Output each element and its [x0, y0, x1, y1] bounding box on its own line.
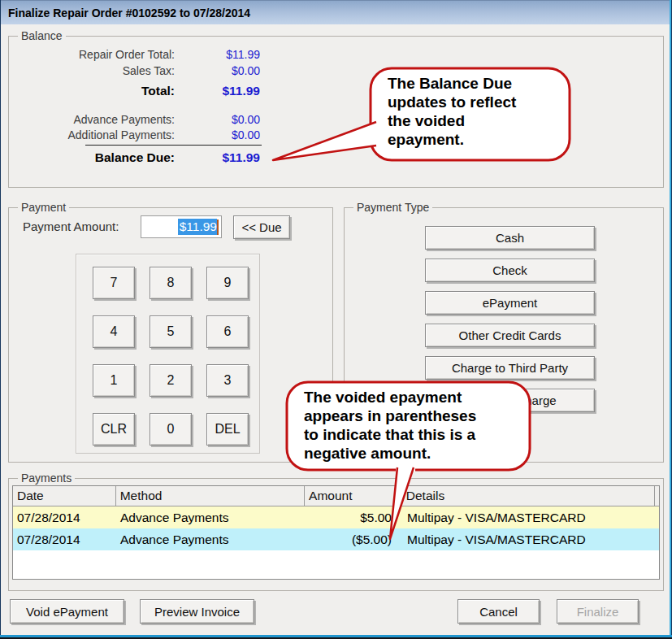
- column-header-filler: [655, 486, 659, 506]
- payment-row-voided[interactable]: 07/28/2014 Advance Payments ($5.00) Mult…: [13, 528, 659, 550]
- payments-table: Date Method Amount Details 07/28/2014 Ad…: [12, 485, 660, 580]
- keypad-clr-label: CLR: [101, 422, 127, 437]
- in-house-charge-button-label: In-House Charge: [463, 393, 556, 407]
- column-header-date[interactable]: Date: [13, 486, 116, 506]
- keypad-8[interactable]: 8: [150, 267, 192, 299]
- void-epayment-button[interactable]: Void ePayment: [10, 599, 124, 624]
- finalize-button: Finalize: [557, 599, 639, 624]
- keypad-4-label: 4: [111, 324, 118, 339]
- cell-amount: ($5.00): [306, 528, 397, 550]
- keypad-1[interactable]: 1: [93, 364, 135, 397]
- column-header-method[interactable]: Method: [116, 486, 305, 506]
- cancel-button-label: Cancel: [479, 605, 518, 619]
- due-button-label: << Due: [241, 220, 281, 234]
- balance-row-balance-due: Balance Due: $11.99: [0, 150, 672, 166]
- cell-spacer: [397, 506, 403, 528]
- keypad-7[interactable]: 7: [93, 267, 135, 299]
- keypad-6[interactable]: 6: [206, 315, 249, 348]
- keypad-0-label: 0: [167, 422, 175, 437]
- total-label: Total:: [141, 84, 175, 98]
- cell-details: Multipay - VISA/MASTERCARD: [403, 506, 657, 528]
- keypad-del[interactable]: DEL: [206, 413, 249, 446]
- payment-row-advance[interactable]: 07/28/2014 Advance Payments $5.00 Multip…: [13, 506, 659, 528]
- balance-row-repair-order-total: Repair Order Total: $11.99: [0, 48, 672, 63]
- keypad-clr[interactable]: CLR: [93, 413, 135, 446]
- charge-to-third-party-button[interactable]: Charge to Third Party: [425, 356, 595, 380]
- void-epayment-button-label: Void ePayment: [26, 605, 108, 619]
- window-border-left: [0, 0, 1, 639]
- payment-group-label: Payment: [18, 201, 69, 214]
- cell-date: 07/28/2014: [13, 506, 116, 528]
- cell-date: 07/28/2014: [13, 528, 116, 550]
- keypad-5[interactable]: 5: [150, 315, 192, 348]
- other-credit-cards-button[interactable]: Other Credit Cards: [425, 324, 595, 347]
- column-header-spacer: [396, 486, 402, 506]
- text-caret: [217, 220, 219, 235]
- repair-order-total-value: $11.99: [226, 48, 260, 61]
- keypad-4[interactable]: 4: [93, 315, 135, 348]
- payment-amount-input[interactable]: $11.99: [141, 215, 222, 238]
- finalize-repair-order-dialog: Finalize Repair Order #0102592 to 07/28/…: [0, 0, 672, 639]
- payment-amount-label: Payment Amount:: [23, 220, 119, 233]
- keypad-del-label: DEL: [215, 422, 240, 437]
- cash-button-label: Cash: [496, 231, 524, 245]
- keypad-7-label: 7: [111, 276, 118, 290]
- balance-due-value: $11.99: [222, 150, 260, 165]
- check-button[interactable]: Check: [425, 259, 595, 282]
- cell-spacer: [397, 528, 403, 550]
- payment-type-group-label: Payment Type: [353, 201, 432, 214]
- keypad-5-label: 5: [167, 324, 175, 339]
- column-header-amount[interactable]: Amount: [305, 486, 396, 506]
- balance-sum-line: [85, 145, 262, 146]
- other-credit-cards-button-label: Other Credit Cards: [459, 328, 561, 342]
- sales-tax-label: Sales Tax:: [123, 64, 175, 77]
- balance-due-label: Balance Due:: [95, 150, 175, 165]
- title-bar: Finalize Repair Order #0102592 to 07/28/…: [0, 0, 672, 24]
- preview-invoice-button-label: Preview Invoice: [154, 605, 240, 619]
- additional-payments-label: Additional Payments:: [67, 128, 175, 141]
- due-button[interactable]: << Due: [233, 215, 290, 239]
- dialog-title: Finalize Repair Order #0102592 to 07/28/…: [0, 7, 250, 20]
- additional-payments-value: $0.00: [232, 128, 260, 141]
- keypad-0[interactable]: 0: [150, 413, 192, 446]
- preview-invoice-button[interactable]: Preview Invoice: [140, 599, 254, 624]
- balance-group-label: Balance: [18, 29, 66, 42]
- cash-button[interactable]: Cash: [425, 226, 595, 250]
- cell-method: Advance Payments: [116, 528, 306, 550]
- callout-voided-epayment-tail-mask: [396, 465, 415, 472]
- payments-group-label: Payments: [18, 472, 75, 485]
- payment-amount-selected-text: $11.99: [178, 219, 217, 235]
- keypad-1-label: 1: [111, 373, 118, 388]
- column-header-details[interactable]: Details: [402, 486, 655, 506]
- cell-details: Multipay - VISA/MASTERCARD: [403, 528, 657, 550]
- check-button-label: Check: [492, 263, 527, 277]
- balance-row-additional-payments: Additional Payments: $0.00: [0, 128, 672, 144]
- balance-row-total: Total: $11.99: [0, 84, 672, 99]
- keypad-8-label: 8: [167, 276, 175, 290]
- repair-order-total-label: Repair Order Total:: [79, 48, 175, 61]
- in-house-charge-button[interactable]: In-House Charge: [425, 389, 595, 412]
- keypad-6-label: 6: [224, 324, 232, 339]
- cell-method: Advance Payments: [116, 506, 306, 528]
- balance-row-advance-payments: Advance Payments: $0.00: [0, 113, 672, 128]
- sales-tax-value: $0.00: [232, 64, 260, 77]
- cell-amount: $5.00: [306, 506, 397, 528]
- total-value: $11.99: [222, 84, 260, 98]
- cancel-button[interactable]: Cancel: [457, 599, 540, 624]
- charge-to-third-party-button-label: Charge to Third Party: [452, 361, 568, 375]
- epayment-button[interactable]: ePayment: [425, 291, 595, 315]
- keypad-3[interactable]: 3: [206, 364, 249, 397]
- keypad-9-label: 9: [224, 276, 232, 290]
- keypad-3-label: 3: [224, 373, 232, 388]
- keypad-2[interactable]: 2: [150, 364, 192, 397]
- keypad-9[interactable]: 9: [206, 267, 249, 299]
- keypad-panel: 7 8 9 4 5 6 1 2 3 CLR 0 DEL: [76, 254, 260, 454]
- advance-payments-label: Advance Payments:: [73, 113, 175, 126]
- epayment-button-label: ePayment: [483, 296, 538, 310]
- advance-payments-value: $0.00: [232, 113, 260, 126]
- payments-table-header: Date Method Amount Details: [13, 486, 659, 506]
- keypad-2-label: 2: [167, 373, 175, 388]
- balance-row-sales-tax: Sales Tax: $0.00: [0, 64, 672, 80]
- finalize-button-label: Finalize: [577, 605, 619, 619]
